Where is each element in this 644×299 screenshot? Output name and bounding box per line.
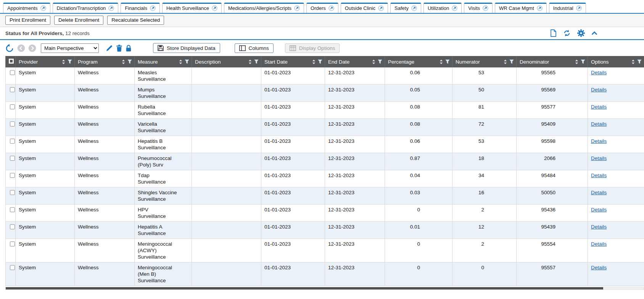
- sort-icon[interactable]: [312, 59, 316, 64]
- tab-orders[interactable]: Orders: [306, 3, 338, 13]
- popout-icon[interactable]: [378, 5, 384, 11]
- popout-icon[interactable]: [411, 5, 417, 11]
- header-cell-denominator[interactable]: Denominator: [517, 56, 588, 67]
- delete-enrollment-button[interactable]: Delete Enrollment: [54, 16, 103, 25]
- popout-icon[interactable]: [483, 5, 488, 11]
- header-cell-provider[interactable]: Provider: [16, 56, 75, 67]
- details-link[interactable]: Details: [591, 173, 607, 178]
- tab-safety[interactable]: Safety: [390, 3, 421, 13]
- filter-icon[interactable]: [127, 59, 132, 64]
- sort-icon[interactable]: [631, 59, 635, 64]
- display-options-button[interactable]: Display Options: [285, 43, 340, 53]
- tab-health-surveillance[interactable]: Health Surveillance: [162, 3, 222, 13]
- details-link[interactable]: Details: [591, 121, 607, 127]
- store-displayed-data-button[interactable]: Store Displayed Data: [153, 43, 220, 53]
- details-link[interactable]: Details: [591, 224, 607, 230]
- popout-icon[interactable]: [150, 5, 156, 11]
- sort-icon[interactable]: [504, 59, 507, 64]
- nav-back-button[interactable]: [17, 44, 25, 52]
- recalculate-selected-button[interactable]: Recalculate Selected: [107, 16, 164, 25]
- row-checkbox[interactable]: [10, 156, 15, 161]
- header-cell-end-date[interactable]: End Date: [325, 56, 385, 67]
- print-enrollment-button[interactable]: Print Enrollment: [5, 16, 50, 25]
- columns-button[interactable]: Columns: [235, 43, 274, 53]
- row-checkbox[interactable]: [10, 265, 15, 270]
- horizontal-scrollbar[interactable]: [5, 287, 644, 290]
- cell-program: Wellness: [75, 239, 135, 262]
- popout-icon[interactable]: [294, 5, 300, 11]
- header-cell-options[interactable]: Options: [588, 56, 644, 67]
- popout-icon[interactable]: [452, 5, 457, 11]
- delete-perspective-icon[interactable]: [116, 45, 122, 52]
- details-link[interactable]: Details: [591, 70, 607, 75]
- filter-icon[interactable]: [378, 59, 382, 64]
- filter-icon[interactable]: [509, 59, 514, 64]
- tab-appointments[interactable]: Appointments: [3, 3, 50, 13]
- tab-industrial[interactable]: Industrial: [549, 3, 586, 13]
- header-cell-measure[interactable]: Measure: [135, 56, 192, 67]
- header-cell-start-date[interactable]: Start Date: [261, 56, 325, 67]
- details-link[interactable]: Details: [591, 207, 607, 213]
- row-checkbox[interactable]: [10, 241, 15, 246]
- tab-visits[interactable]: Visits: [464, 3, 493, 13]
- row-checkbox[interactable]: [10, 224, 15, 229]
- collapse-chevron-icon[interactable]: [591, 30, 597, 36]
- header-cell-description[interactable]: Description: [192, 56, 261, 67]
- filter-icon[interactable]: [68, 59, 72, 64]
- filter-icon[interactable]: [254, 59, 259, 64]
- details-link[interactable]: Details: [591, 241, 607, 247]
- refresh-icon[interactable]: [563, 29, 571, 37]
- row-checkbox[interactable]: [10, 190, 15, 195]
- edit-perspective-icon[interactable]: [106, 45, 113, 52]
- sort-icon[interactable]: [372, 59, 375, 64]
- filter-icon[interactable]: [318, 59, 322, 64]
- details-link[interactable]: Details: [591, 87, 607, 93]
- document-icon[interactable]: [550, 29, 557, 37]
- nav-forward-button[interactable]: [28, 44, 36, 52]
- popout-icon[interactable]: [40, 5, 46, 11]
- row-checkbox[interactable]: [10, 122, 15, 126]
- header-cell-percentage[interactable]: Percentage: [385, 56, 452, 67]
- popout-icon[interactable]: [576, 5, 582, 11]
- sort-icon[interactable]: [122, 59, 125, 64]
- row-checkbox[interactable]: [10, 207, 15, 212]
- lock-perspective-icon[interactable]: [126, 45, 132, 52]
- row-checkbox[interactable]: [10, 87, 15, 92]
- tab-medications-allergies-scripts[interactable]: Medications/Allergies/Scripts: [224, 3, 304, 13]
- header-cell-numerator[interactable]: Numerator: [452, 56, 517, 67]
- select-all-checkbox[interactable]: [9, 59, 14, 64]
- details-link[interactable]: Details: [591, 104, 607, 110]
- filter-icon[interactable]: [581, 59, 585, 64]
- horizontal-scrollbar-thumb[interactable]: [6, 287, 603, 289]
- popout-icon[interactable]: [328, 5, 334, 11]
- row-checkbox[interactable]: [10, 139, 15, 144]
- tab-dictation-transcription[interactable]: Dictation/Transcription: [53, 3, 119, 13]
- popout-icon[interactable]: [108, 5, 114, 11]
- row-select-cell: [6, 153, 16, 170]
- sort-icon[interactable]: [179, 59, 182, 64]
- row-checkbox[interactable]: [10, 70, 15, 75]
- sort-icon[interactable]: [575, 59, 578, 64]
- details-link[interactable]: Details: [591, 190, 607, 195]
- sort-icon[interactable]: [62, 59, 65, 64]
- sort-icon[interactable]: [248, 59, 252, 64]
- perspective-select[interactable]: Main Perspective: [41, 43, 99, 53]
- details-link[interactable]: Details: [591, 138, 607, 144]
- filter-icon[interactable]: [445, 59, 450, 64]
- details-link[interactable]: Details: [591, 265, 607, 270]
- row-checkbox[interactable]: [10, 104, 15, 109]
- tab-utilization[interactable]: Utilization: [423, 3, 462, 13]
- filter-icon[interactable]: [185, 59, 189, 64]
- undo-icon[interactable]: [5, 44, 14, 53]
- filter-icon[interactable]: [637, 59, 642, 64]
- tab-financials[interactable]: Financials: [121, 3, 160, 13]
- settings-gear-icon[interactable]: [577, 29, 585, 37]
- header-cell-program[interactable]: Program: [75, 56, 135, 67]
- tab-outside-clinic[interactable]: Outside Clinic: [341, 3, 388, 13]
- tab-wr-case-mgmt[interactable]: WR Case Mgmt: [495, 3, 547, 13]
- popout-icon[interactable]: [212, 5, 217, 11]
- row-checkbox[interactable]: [10, 173, 15, 178]
- sort-icon[interactable]: [440, 59, 443, 64]
- popout-icon[interactable]: [537, 5, 543, 11]
- details-link[interactable]: Details: [591, 155, 607, 161]
